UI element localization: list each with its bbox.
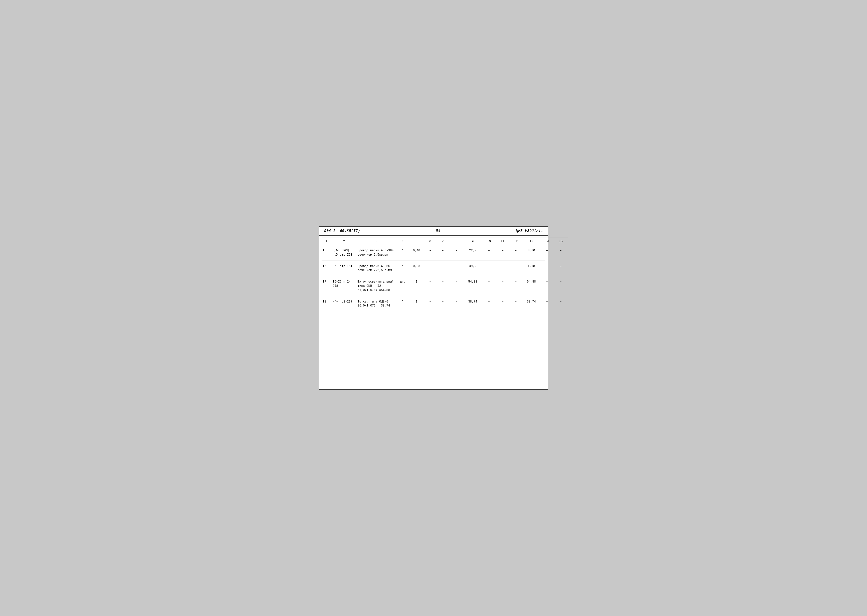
row2-col4: " (397, 264, 409, 269)
row2-col9: 39,2 (464, 264, 481, 269)
row3-col7: – (436, 280, 449, 284)
table-container: I 2 3 4 5 6 7 8 9 IO II I2 I3 I4 I5 I5 Ц… (319, 237, 548, 311)
row4-col12: – (509, 300, 522, 304)
row2-col6: – (424, 264, 436, 269)
row1-col14: – (540, 248, 554, 253)
row2-col8: – (449, 264, 464, 269)
dline-8 (449, 237, 464, 239)
header-right: ЦНВ №8921/11 (516, 229, 543, 233)
dline-10 (481, 237, 496, 239)
row1-col5: 0,40 (409, 248, 424, 253)
dline-2 (332, 237, 357, 239)
row3-col15: – (554, 280, 568, 284)
dline-12 (509, 237, 522, 239)
row4-col6: – (424, 300, 436, 304)
col-num-1: I (322, 239, 332, 244)
row2-col11: – (496, 264, 509, 269)
row1-col3: Провод марки АПВ-380 сечением 2,5кв.мм (357, 248, 397, 257)
row3-col2: I5–I7 п.2-2I8 (332, 280, 357, 288)
row1-col10: – (481, 248, 496, 253)
row2-col14: – (540, 264, 554, 269)
header-center: – 54 – (431, 229, 445, 233)
row4-col10: – (481, 300, 496, 304)
row2-col12: – (509, 264, 522, 269)
col-num-15: I5 (554, 239, 568, 244)
row2-col13: I,I8 (522, 264, 540, 269)
row4-col7: – (436, 300, 449, 304)
row4-col3: То же, типа ОЩВ-6 36,0хI,076= =38,74 (357, 300, 397, 308)
row2-col10: – (481, 264, 496, 269)
dline-7 (436, 237, 449, 239)
row4-col14: – (540, 300, 554, 304)
col-num-11: II (496, 239, 509, 244)
row2-col7: – (436, 264, 449, 269)
row1-col9: 22,0 (464, 248, 481, 253)
col-num-3: 3 (357, 239, 397, 244)
dline-11 (496, 237, 509, 239)
row1-col7: – (436, 248, 449, 253)
col-num-6: 6 (424, 239, 436, 244)
col-num-9: 9 (464, 239, 481, 244)
row4-col1: I8 (322, 300, 332, 304)
row1-col8: – (449, 248, 464, 253)
col-num-12: I2 (509, 239, 522, 244)
row2-col15: – (554, 264, 568, 269)
row3-col13: 54,88 (522, 280, 540, 284)
page-header: 904–I– 60.85(II) – 54 – ЦНВ №8921/11 (319, 227, 548, 236)
col-num-7: 7 (436, 239, 449, 244)
row2-col5: 0,03 (409, 264, 424, 269)
row3-col1: I7 (322, 280, 332, 284)
dline-9 (464, 237, 481, 239)
dline-6 (424, 237, 436, 239)
row1-col1: I5 (322, 248, 332, 253)
row2-col3: Провод марки АППВС сечением 2х2,5кв.мм (357, 264, 397, 273)
page: 904–I– 60.85(II) – 54 – ЦНВ №8921/11 I (319, 226, 548, 390)
row4-col2: –"– п.2-2I7 (332, 300, 357, 304)
col-num-5: 5 (409, 239, 424, 244)
row4-col9: 38,74 (464, 300, 481, 304)
row4-col15: – (554, 300, 568, 304)
row1-col2: Ц №I СРСЦ ч.У стр.I50 (332, 248, 357, 257)
col-num-8: 8 (449, 239, 464, 244)
row2-col1: I6 (322, 264, 332, 269)
col-num-10: IO (481, 239, 496, 244)
dline-15 (554, 237, 568, 239)
row1-col11: – (496, 248, 509, 253)
header-left: 904–I– 60.85(II) (324, 229, 360, 233)
row1-col6: – (424, 248, 436, 253)
row3-col6: – (424, 280, 436, 284)
row3-col11: – (496, 280, 509, 284)
row3-col9: 54,88 (464, 280, 481, 284)
col-num-4: 4 (397, 239, 409, 244)
row4-col4: " (397, 300, 409, 304)
dline-13 (522, 237, 540, 239)
row2-col2: –"– стр.I5I (332, 264, 357, 269)
row4-col8: – (449, 300, 464, 304)
column-numbers-row: I 2 3 4 5 6 7 8 9 IO II I2 I3 I4 I5 (322, 239, 545, 245)
table-row: I8 –"– п.2-2I7 То же, типа ОЩВ-6 36,0хI,… (322, 296, 545, 312)
row4-col11: – (496, 300, 509, 304)
row4-col5: I (409, 300, 424, 304)
row3-col8: – (449, 280, 464, 284)
dline-4 (397, 237, 409, 239)
row3-col14: – (540, 280, 554, 284)
row4-col13: 38,74 (522, 300, 540, 304)
row3-col5: I (409, 280, 424, 284)
row1-col15: – (554, 248, 568, 253)
col-num-2: 2 (332, 239, 357, 244)
row3-col12: – (509, 280, 522, 284)
col-num-13: I3 (522, 239, 540, 244)
col-num-14: I4 (540, 239, 554, 244)
dline-14 (540, 237, 554, 239)
row1-col4: " (397, 248, 409, 253)
table-row: I6 –"– стр.I5I Провод марки АППВС сечени… (322, 261, 545, 277)
dline-5 (409, 237, 424, 239)
table-row: I7 I5–I7 п.2-2I8 Щиток осве-тительный ти… (322, 276, 545, 296)
row3-col3: Щиток осве-тительный типа ОЩВ- –I2 5I,0х… (357, 280, 397, 292)
row3-col10: – (481, 280, 496, 284)
row1-col13: 8,80 (522, 248, 540, 253)
dline-3 (357, 237, 397, 239)
dline-1 (322, 237, 332, 239)
row3-col4: шт. (397, 280, 409, 284)
table-row: I5 Ц №I СРСЦ ч.У стр.I50 Провод марки АП… (322, 245, 545, 261)
